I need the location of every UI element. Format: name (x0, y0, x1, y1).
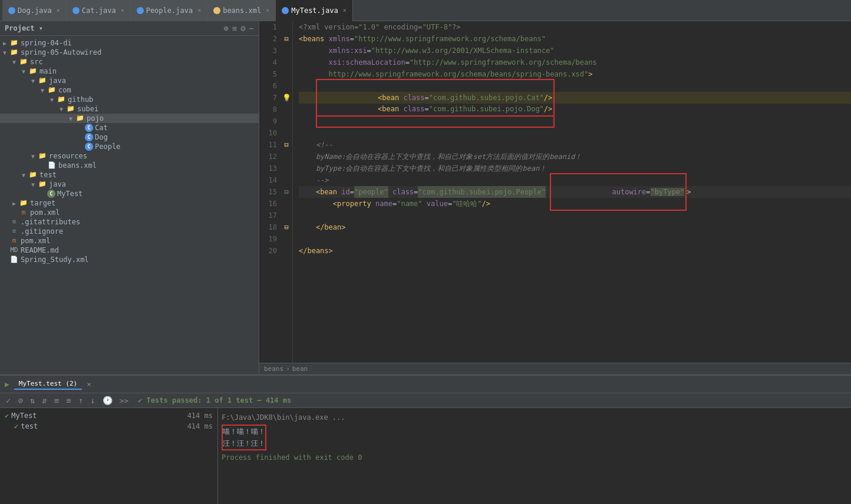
sidebar-item-dog[interactable]: C Dog (0, 132, 259, 142)
sidebar-label-dog: Dog (95, 133, 108, 141)
close-dog-tab[interactable]: × (57, 7, 60, 14)
sidebar-label-readme: README.md (21, 246, 59, 254)
expand-java-icon: ▼ (28, 78, 38, 84)
settings-icon[interactable]: ⚙ (240, 24, 245, 33)
stop-btn[interactable]: ⊘ (15, 394, 25, 406)
test-mytest-item[interactable]: ✔ MyTest 414 ms (2, 410, 215, 421)
expand-github-icon: ▼ (47, 97, 57, 103)
main-area: Project ▾ ⊕ ≡ ⚙ − ▶ 📁 spring-04-di (0, 21, 851, 374)
minimize-icon[interactable]: − (249, 24, 254, 33)
sidebar-item-pom-root[interactable]: m pom.xml (0, 236, 259, 246)
sort-asc-btn[interactable]: ⇅ (28, 394, 37, 406)
tab-dog-java[interactable]: Dog.java × (2, 0, 67, 21)
down-btn[interactable]: ↓ (88, 394, 97, 406)
add-icon[interactable]: ⊕ (223, 24, 228, 33)
sidebar-item-java-test[interactable]: ▼ 📁 java (0, 180, 259, 189)
sidebar-label-pojo: pojo (87, 114, 104, 122)
code-line-18: </bean> (299, 221, 851, 233)
tab-beans-xml[interactable]: beans.xml × (207, 0, 276, 21)
sidebar-item-com[interactable]: ▼ 📁 com (0, 85, 259, 95)
sidebar-item-test[interactable]: ▼ 📁 test (0, 170, 259, 180)
breadcrumb-bean[interactable]: bean (292, 365, 308, 373)
sidebar-item-cat[interactable]: C Cat (0, 123, 259, 132)
close-cat-tab[interactable]: × (121, 7, 124, 14)
close-beans-tab[interactable]: × (266, 7, 269, 14)
code-lines[interactable]: <?xml version="1.0" encoding="UTF-8"?> <… (293, 21, 851, 363)
tab-label-dog: Dog.java (18, 6, 52, 15)
folder-main-icon: 📁 (28, 67, 38, 75)
class-icon-dog: C (85, 133, 93, 141)
tab-icon-people (137, 7, 144, 14)
clock-btn[interactable]: 🕐 (100, 394, 115, 406)
folder-github-icon: 📁 (57, 95, 66, 104)
test-tree: ✔ MyTest 414 ms ✔ test 414 ms (0, 408, 218, 504)
code-line-20: </beans> (299, 245, 851, 257)
sidebar-label-java: java (49, 77, 66, 85)
sidebar-item-spring05[interactable]: ▼ 📁 spring-05-Autowired (0, 48, 259, 57)
fold-gutter-18[interactable]: ⊟ (281, 221, 292, 233)
sidebar-label-cat: Cat (95, 124, 108, 132)
sort-desc-btn[interactable]: ⇵ (39, 394, 49, 406)
sidebar-item-resources[interactable]: ▼ 📁 resources (0, 151, 259, 161)
check-btn[interactable]: ✓ (4, 394, 13, 406)
sidebar-label-spring04: spring-04-di (21, 39, 72, 47)
tab-people-java[interactable]: People.java × (131, 0, 208, 21)
sidebar-item-target[interactable]: ▶ 📁 target (0, 198, 259, 208)
close-mytest-tab[interactable]: × (343, 7, 347, 14)
folder-pojo-icon: 📁 (75, 114, 85, 122)
close-people-tab[interactable]: × (197, 7, 201, 14)
tab-cat-java[interactable]: Cat.java × (67, 0, 131, 21)
editor-area: 1 2 3 4 5 6 7 8 9 10 11 12 13 (259, 21, 851, 374)
sidebar-item-main[interactable]: ▼ 📁 main (0, 67, 259, 76)
sidebar-item-github[interactable]: ▼ 📁 github (0, 95, 259, 104)
expand-resources-icon: ▼ (28, 153, 38, 160)
bottom-tab-bar: ▶ MyTest.test (2) × (0, 376, 851, 393)
align-left-btn[interactable]: ≡ (52, 394, 61, 406)
bottom-tab-mytest[interactable]: MyTest.test (2) (14, 379, 82, 390)
sidebar-item-beans-xml[interactable]: 📄 beans.xml (0, 161, 259, 170)
code-line-16: <property name="name" value="哇哈哈" /> (299, 198, 851, 210)
sidebar-item-spring-study[interactable]: 📄 Spring_Study.xml (0, 255, 259, 264)
git-attr-icon: ≡ (9, 218, 19, 226)
sidebar-item-subei[interactable]: ▼ 📁 subei (0, 104, 259, 114)
sidebar-item-people[interactable]: C People (0, 142, 259, 151)
tab-icon-dog (8, 7, 15, 14)
close-bottom-tab[interactable]: × (87, 380, 91, 389)
folder-java-icon: 📁 (38, 77, 47, 85)
test-time: 414 ms (187, 422, 213, 430)
up-btn[interactable]: ↑ (76, 394, 85, 406)
gutter-area: ⊟ 💡 ⊟ ⊟ (281, 21, 292, 257)
sidebar-item-readme[interactable]: MD README.md (0, 246, 259, 255)
sidebar-item-java[interactable]: ▼ 📁 java (0, 76, 259, 85)
test-test-item[interactable]: ✔ test 414 ms (2, 421, 215, 432)
sidebar-item-mytest[interactable]: C MyTest (0, 189, 259, 198)
sidebar-label-src: src (30, 58, 43, 66)
collapse-icon[interactable]: ≡ (232, 24, 237, 33)
sidebar-label-pom-spring05: pom.xml (30, 208, 60, 217)
sidebar-item-pom-spring05[interactable]: m pom.xml (0, 208, 259, 217)
align-right-btn[interactable]: ≡ (64, 394, 73, 406)
code-line-8: <bean class="com.github.subei.pojo.Dog"/… (299, 104, 851, 115)
sidebar-item-src[interactable]: ▼ 📁 src (0, 57, 259, 67)
sidebar-item-gitattributes[interactable]: ≡ .gitattributes (0, 217, 259, 227)
bulb-icon-7[interactable]: 💡 (281, 92, 292, 104)
code-line-11: <!-- (299, 139, 851, 151)
tab-mytest-java[interactable]: MyTest.java × (276, 0, 353, 21)
breadcrumb-beans[interactable]: beans (264, 365, 283, 373)
expand-java-test-icon: ▼ (28, 181, 38, 188)
fold-gutter-15[interactable]: ⊟ (281, 186, 292, 198)
breadcrumb-separator: › (286, 365, 290, 373)
fold-gutter-11[interactable]: ⊟ (281, 139, 292, 151)
sidebar-label-people: People (95, 142, 120, 151)
sidebar-label-gitattributes: .gitattributes (21, 218, 80, 226)
mytest-name: MyTest (11, 412, 37, 420)
sidebar-item-spring04[interactable]: ▶ 📁 spring-04-di (0, 38, 259, 48)
test-status: ✔ Tests passed: 1 of 1 test – 414 ms (138, 396, 291, 404)
sidebar-label-gitignore: .gitignore (21, 227, 63, 236)
folder-spring04-icon: 📁 (9, 39, 19, 47)
fold-gutter-2[interactable]: ⊟ (281, 33, 292, 45)
expand-target-icon: ▶ (9, 200, 19, 207)
sidebar-item-gitignore[interactable]: ≡ .gitignore (0, 227, 259, 236)
tab-label-mytest: MyTest.java (291, 6, 338, 15)
sidebar-item-pojo[interactable]: ▼ 📁 pojo (0, 114, 259, 123)
